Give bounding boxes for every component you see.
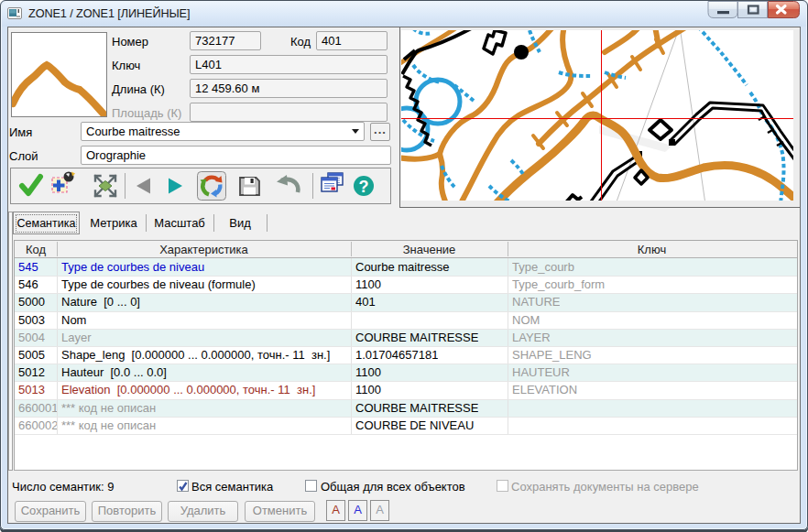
svg-text:?: ? xyxy=(359,178,369,196)
